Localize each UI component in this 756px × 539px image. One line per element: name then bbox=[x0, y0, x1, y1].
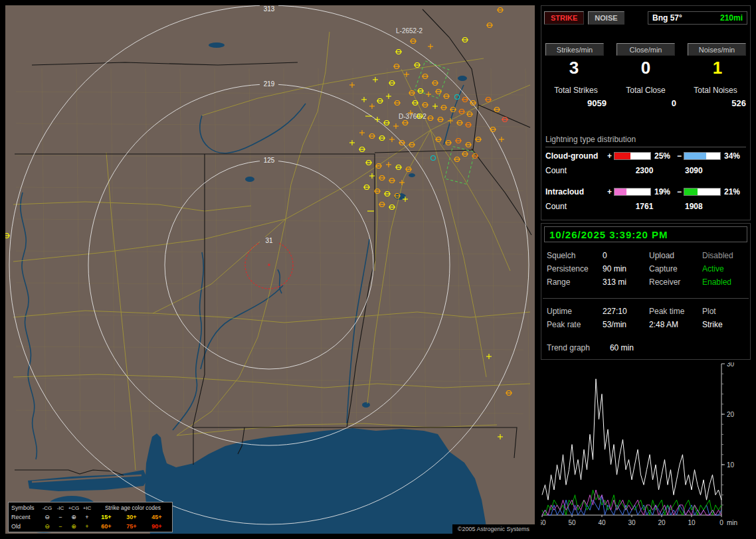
svg-text:60: 60 bbox=[541, 519, 546, 526]
svg-text:20: 20 bbox=[727, 411, 735, 418]
svg-text:30: 30 bbox=[727, 362, 735, 368]
lightning-map[interactable]: 31321912531 L-2652-2D-3760-2 Symbols-CG-… bbox=[5, 5, 535, 534]
settings-grid: Squelch 0 Upload Disabled Persistence 90… bbox=[547, 252, 745, 287]
intracloud-label: Intracloud bbox=[545, 187, 605, 196]
svg-text:0: 0 bbox=[719, 519, 723, 526]
bearing-range: 210mi bbox=[720, 13, 743, 23]
distribution-title: Lightning type distribution bbox=[545, 135, 746, 147]
peak-time-value: 2:48 AM bbox=[649, 321, 702, 329]
upload-label: Upload bbox=[649, 252, 702, 260]
total-noises-value: 526 bbox=[685, 98, 746, 108]
totals-row: Total Strikes 9059 Total Close 0 Total N… bbox=[541, 86, 750, 108]
cloud-ground-counts: Count 2300 3090 bbox=[545, 165, 746, 176]
peak-time-label: Peak time bbox=[649, 307, 702, 316]
nexstorm-window: 31321912531 L-2652-2D-3760-2 Symbols-CG-… bbox=[0, 0, 756, 539]
divider bbox=[543, 298, 749, 299]
bearing-display: Bng 57° 210mi bbox=[648, 11, 747, 25]
map-canvas: 31321912531 L-2652-2D-3760-2 bbox=[5, 5, 535, 534]
upload-status: Disabled bbox=[702, 252, 746, 260]
stats-section: STRIKE NOISE Bng 57° 210mi Strikes/min C… bbox=[541, 5, 751, 220]
plot-label: Plot bbox=[702, 307, 746, 316]
peak-rate-value: 53/min bbox=[603, 321, 649, 329]
trend-chart-section: 3020106050403020100min bbox=[541, 362, 751, 534]
peak-rate-label: Peak rate bbox=[547, 321, 603, 329]
cg-positive-pct: 25% bbox=[651, 151, 675, 161]
receiver-status: Enabled bbox=[702, 278, 746, 287]
total-close-label: Total Close bbox=[615, 86, 676, 95]
svg-text:min: min bbox=[727, 519, 737, 526]
capture-status: Active bbox=[702, 265, 746, 273]
status-section: 10/26/2025 3:39:20 PM Squelch 0 Upload D… bbox=[541, 223, 751, 360]
svg-text:20: 20 bbox=[658, 519, 666, 526]
svg-text:50: 50 bbox=[568, 519, 576, 526]
squelch-value: 0 bbox=[603, 252, 649, 260]
copyright: ©2005 Astrogenic Systems bbox=[452, 524, 535, 534]
trend-graph-window: 60 min bbox=[610, 343, 634, 352]
total-strikes: Total Strikes 9059 bbox=[545, 86, 607, 108]
svg-text:10: 10 bbox=[688, 519, 696, 526]
capture-label: Capture bbox=[649, 265, 702, 273]
svg-text:219: 219 bbox=[264, 80, 275, 88]
ic-negative-count: 1908 bbox=[684, 202, 745, 211]
svg-text:10: 10 bbox=[727, 461, 735, 469]
cg-positive-bar bbox=[614, 152, 651, 160]
svg-text:313: 313 bbox=[264, 5, 275, 13]
svg-text:125: 125 bbox=[264, 157, 275, 164]
ic-positive-count: 1761 bbox=[614, 202, 675, 211]
count-label: Count bbox=[545, 166, 605, 175]
noises-per-min-label[interactable]: Noises/min bbox=[688, 43, 746, 56]
svg-text:30: 30 bbox=[628, 519, 636, 526]
minus-sign: − bbox=[675, 151, 684, 161]
plus-sign: + bbox=[605, 187, 614, 196]
close-per-min-value: 0 bbox=[617, 58, 674, 78]
cg-negative-bar bbox=[684, 152, 721, 160]
receiver-label: Receiver bbox=[649, 278, 702, 287]
rate-labels: Strikes/min Close/min Noises/min bbox=[541, 43, 750, 56]
total-strikes-value: 9059 bbox=[545, 98, 607, 108]
count-label: Count bbox=[545, 202, 605, 211]
cg-negative-pct: 34% bbox=[721, 151, 745, 161]
total-strikes-label: Total Strikes bbox=[545, 86, 607, 95]
control-panel: STRIKE NOISE Bng 57° 210mi Strikes/min C… bbox=[541, 5, 752, 534]
total-close-value: 0 bbox=[615, 98, 676, 108]
total-close: Total Close 0 bbox=[615, 86, 676, 108]
mode-controls: STRIKE NOISE Bng 57° 210mi bbox=[544, 11, 747, 25]
intracloud-counts: Count 1761 1908 bbox=[545, 201, 746, 212]
trend-graph-label: Trend graph bbox=[547, 343, 590, 352]
ic-positive-bar bbox=[614, 188, 651, 196]
total-noises-label: Total Noises bbox=[685, 86, 746, 95]
squelch-label: Squelch bbox=[547, 252, 603, 260]
total-noises: Total Noises 526 bbox=[685, 86, 746, 108]
ic-negative-bar bbox=[684, 188, 721, 196]
datetime-display: 10/26/2025 3:39:20 PM bbox=[544, 226, 747, 242]
persistence-value: 90 min bbox=[603, 265, 649, 273]
cg-negative-count: 3090 bbox=[684, 166, 745, 175]
noise-button[interactable]: NOISE bbox=[588, 11, 624, 25]
svg-text:L-2652-2: L-2652-2 bbox=[396, 27, 423, 35]
minus-sign: − bbox=[675, 187, 684, 196]
trend-chart: 3020106050403020100min bbox=[541, 362, 751, 534]
bearing-label: Bng 57° bbox=[652, 13, 682, 23]
plot-value: Strike bbox=[702, 321, 746, 329]
ic-negative-pct: 21% bbox=[721, 187, 745, 196]
intracloud-row: Intracloud + 19% − 21% bbox=[545, 187, 746, 197]
cloud-ground-row: Cloud-ground + 25% − 34% bbox=[545, 151, 746, 161]
noises-per-min-value: 1 bbox=[689, 58, 746, 78]
cg-positive-count: 2300 bbox=[614, 166, 675, 175]
map-legend: Symbols-CG-IC+CG+ICStrike age color code… bbox=[8, 502, 173, 532]
persistence-label: Persistence bbox=[547, 265, 603, 273]
plus-sign: + bbox=[605, 151, 614, 161]
uptime-label: Uptime bbox=[547, 307, 603, 316]
uptime-grid: Uptime 227:10 Peak time Plot Peak rate 5… bbox=[547, 307, 745, 329]
range-value: 313 mi bbox=[603, 278, 649, 287]
strikes-per-min-label[interactable]: Strikes/min bbox=[545, 43, 604, 56]
strikes-per-min-value: 3 bbox=[545, 58, 603, 78]
svg-text:40: 40 bbox=[598, 519, 606, 526]
trend-graph-row: Trend graph 60 min bbox=[547, 343, 634, 352]
close-per-min-label[interactable]: Close/min bbox=[616, 43, 675, 56]
uptime-value: 227:10 bbox=[603, 307, 649, 316]
range-label: Range bbox=[547, 278, 603, 287]
ic-positive-pct: 19% bbox=[651, 187, 675, 196]
strike-button[interactable]: STRIKE bbox=[544, 11, 584, 25]
rate-values: 3 0 1 bbox=[541, 58, 750, 78]
